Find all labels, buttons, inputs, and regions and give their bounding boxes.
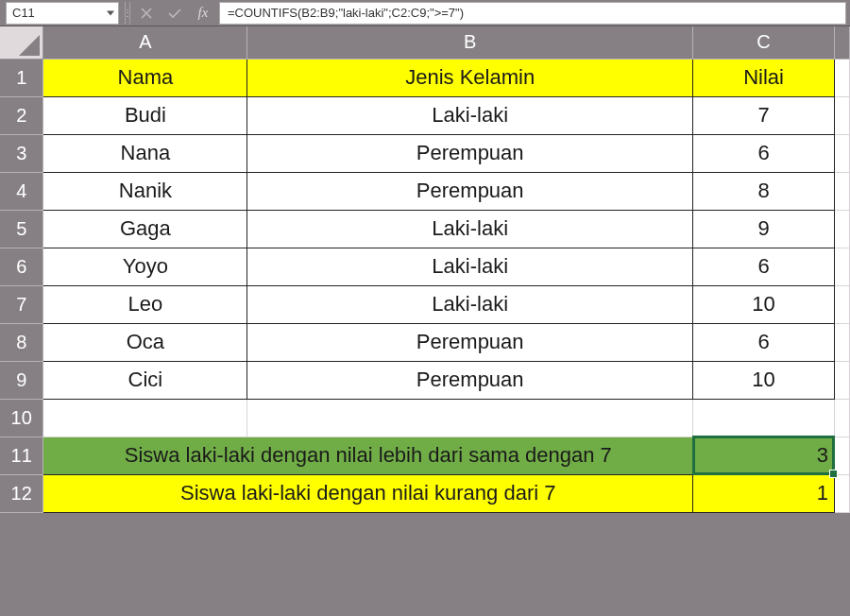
cell-b8[interactable]: Perempuan xyxy=(247,323,693,361)
confirm-formula-button[interactable] xyxy=(161,2,189,25)
cell-b4[interactable]: Perempuan xyxy=(247,172,693,210)
select-all-corner[interactable] xyxy=(0,26,43,59)
chevron-down-icon[interactable] xyxy=(107,10,114,15)
column-header-extra[interactable] xyxy=(834,26,849,59)
cell-a4[interactable]: Nanik xyxy=(43,172,247,210)
cell-a10[interactable] xyxy=(43,399,247,436)
column-header-b[interactable]: B xyxy=(247,26,693,59)
cell-a11-b11-merged[interactable]: Siswa laki-laki dengan nilai lebih dari … xyxy=(43,436,693,474)
cell-c3[interactable]: 6 xyxy=(693,134,835,172)
cell-b10[interactable] xyxy=(247,399,693,436)
cell-blank[interactable] xyxy=(834,172,849,210)
cell-a7[interactable]: Leo xyxy=(43,285,247,323)
cell-c6[interactable]: 6 xyxy=(693,248,835,285)
cell-b6[interactable]: Laki-laki xyxy=(247,248,693,285)
cell-blank[interactable] xyxy=(834,96,849,134)
cell-c4[interactable]: 8 xyxy=(693,172,835,210)
cancel-formula-button[interactable] xyxy=(132,2,161,25)
cell-blank[interactable] xyxy=(834,210,849,248)
row-header[interactable]: 5 xyxy=(0,210,43,248)
spreadsheet-grid[interactable]: A B C 1 Nama Jenis Kelamin Nilai 2 Budi … xyxy=(0,26,850,513)
fx-icon: fx xyxy=(198,5,209,21)
row-header[interactable]: 10 xyxy=(0,399,43,436)
cell-b2[interactable]: Laki-laki xyxy=(247,96,693,134)
cell-c5[interactable]: 9 xyxy=(693,210,835,248)
cell-a6[interactable]: Yoyo xyxy=(43,248,247,285)
cell-b1[interactable]: Jenis Kelamin xyxy=(247,59,693,96)
row-header[interactable]: 12 xyxy=(0,474,43,512)
column-header-a[interactable]: A xyxy=(43,26,247,59)
row-header[interactable]: 3 xyxy=(0,134,43,172)
cell-c12[interactable]: 1 xyxy=(693,474,835,512)
cell-a2[interactable]: Budi xyxy=(43,96,247,134)
row-header[interactable]: 11 xyxy=(0,436,43,474)
row-header[interactable]: 8 xyxy=(0,323,43,361)
check-icon xyxy=(168,8,181,19)
cell-a5[interactable]: Gaga xyxy=(43,210,247,248)
cell-blank[interactable] xyxy=(834,59,849,96)
formula-input[interactable]: =COUNTIFS(B2:B9;"laki-laki";C2:C9;">=7") xyxy=(219,2,846,25)
cell-b3[interactable]: Perempuan xyxy=(247,134,693,172)
cell-a8[interactable]: Oca xyxy=(43,323,247,361)
insert-function-button[interactable]: fx xyxy=(189,2,217,25)
cell-c11[interactable]: 3 xyxy=(693,436,835,474)
cell-b5[interactable]: Laki-laki xyxy=(247,210,693,248)
cell-a3[interactable]: Nana xyxy=(43,134,247,172)
cell-c9[interactable]: 10 xyxy=(693,361,835,399)
name-box-value: C11 xyxy=(12,6,35,20)
row-header[interactable]: 4 xyxy=(0,172,43,210)
name-box[interactable]: C11 xyxy=(6,2,119,25)
formula-text: =COUNTIFS(B2:B9;"laki-laki";C2:C9;">=7") xyxy=(228,6,464,20)
cell-blank[interactable] xyxy=(834,248,849,285)
cell-c10[interactable] xyxy=(693,399,835,436)
cell-a12-b12-merged[interactable]: Siswa laki-laki dengan nilai kurang dari… xyxy=(43,474,693,512)
cell-c7[interactable]: 10 xyxy=(693,285,835,323)
close-icon xyxy=(141,8,152,19)
cell-blank[interactable] xyxy=(834,361,849,399)
cell-a1[interactable]: Nama xyxy=(43,59,247,96)
row-header[interactable]: 1 xyxy=(0,59,43,96)
cell-blank[interactable] xyxy=(834,474,849,512)
cell-c8[interactable]: 6 xyxy=(693,323,835,361)
cell-blank[interactable] xyxy=(834,399,849,436)
cell-c1[interactable]: Nilai xyxy=(693,59,835,96)
formula-bar-resizer[interactable]: ⋮ xyxy=(125,2,130,25)
cell-blank[interactable] xyxy=(834,285,849,323)
row-header[interactable]: 2 xyxy=(0,96,43,134)
row-header[interactable]: 9 xyxy=(0,361,43,399)
cell-blank[interactable] xyxy=(834,323,849,361)
row-header[interactable]: 7 xyxy=(0,285,43,323)
grip-icon: ⋮ xyxy=(123,9,132,18)
column-header-c[interactable]: C xyxy=(693,26,835,59)
row-header[interactable]: 6 xyxy=(0,248,43,285)
cell-b9[interactable]: Perempuan xyxy=(247,361,693,399)
cell-c2[interactable]: 7 xyxy=(693,96,835,134)
cell-b7[interactable]: Laki-laki xyxy=(247,285,693,323)
cell-a9[interactable]: Cici xyxy=(43,361,247,399)
formula-bar: C11 ⋮ fx =COUNTIFS(B2:B9;"laki-laki";C2:… xyxy=(0,0,850,26)
cell-blank[interactable] xyxy=(834,134,849,172)
